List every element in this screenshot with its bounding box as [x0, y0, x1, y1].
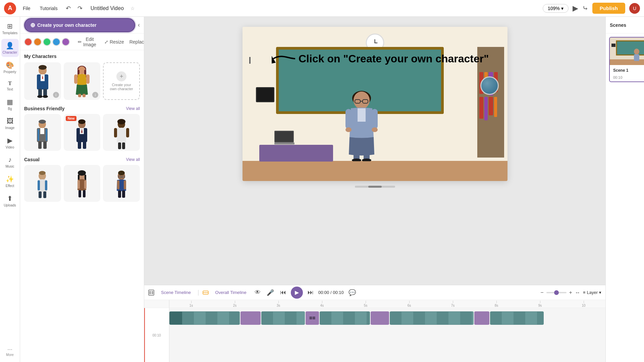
color-dot-purple[interactable]	[62, 38, 70, 46]
nav-file[interactable]: File	[20, 4, 33, 12]
timeline-track-strip[interactable]: ≡≡	[169, 311, 605, 326]
sidebar-item-bg[interactable]: ▦ Bg	[1, 95, 19, 113]
expand-timeline-button[interactable]: ↔	[575, 290, 580, 296]
skip-forward-button[interactable]: ⏭	[306, 288, 315, 297]
zoom-slider-thumb[interactable]	[554, 290, 559, 295]
casual-character-1[interactable]	[24, 165, 61, 202]
svg-point-39	[39, 171, 46, 175]
character-card-male-blue[interactable]: i	[24, 62, 61, 100]
timeline-clip-8[interactable]	[474, 311, 489, 325]
color-dot-red[interactable]	[24, 38, 32, 46]
character-card-female-yellow[interactable]: i	[64, 62, 101, 100]
edit-toolbar: ✏ Edit Image ⤢ Resize Replace ↻ ⊡ 🗑	[20, 34, 144, 50]
casual-char1-svg	[32, 170, 53, 202]
bf-character-3[interactable]	[103, 114, 140, 151]
sidebar-item-character[interactable]: 👤 Character	[1, 39, 19, 57]
text-icon: T	[8, 80, 12, 86]
svg-point-26	[78, 119, 86, 124]
edit-image-button[interactable]: ✏ Edit Image	[75, 35, 99, 49]
mic-button[interactable]: 🎤	[265, 288, 275, 298]
casual-character-3[interactable]	[103, 165, 140, 202]
ruler-label: 5s	[364, 304, 368, 307]
zoom-in-button[interactable]: +	[569, 290, 572, 296]
scene-name: Scene 1	[613, 68, 628, 73]
sidebar-item-video[interactable]: ▶ Video	[1, 134, 19, 152]
sidebar-item-music[interactable]: ♪ Music	[1, 153, 19, 171]
casual-character-2[interactable]	[64, 165, 101, 202]
svg-point-53	[118, 171, 125, 175]
title-favorite-icon[interactable]: ☆	[130, 6, 135, 11]
timeline-toolbar: Scene Timeline | Overall Timeline 👁 🎤 ⏮ …	[144, 285, 605, 300]
play-preview-button[interactable]: ▶	[573, 4, 578, 13]
nav-tutorials[interactable]: Tutorials	[37, 4, 60, 12]
share-button[interactable]: ⤷	[582, 4, 588, 13]
user-avatar[interactable]: U	[629, 3, 640, 14]
scrollbar-thumb[interactable]	[368, 186, 382, 188]
zoom-out-button[interactable]: −	[540, 290, 543, 296]
eye-toggle-button[interactable]: 👁	[253, 288, 262, 297]
ruler-mark-3s: 3s	[257, 301, 300, 307]
timeline-clip-7[interactable]	[390, 311, 474, 325]
overall-timeline-tab[interactable]: Overall Timeline	[212, 288, 250, 297]
subtitle-button[interactable]: 💬	[347, 288, 357, 298]
timeline-clip-9[interactable]	[490, 311, 544, 325]
scene-timeline-tab[interactable]: Scene Timeline	[158, 288, 194, 297]
color-dot-blue[interactable]	[52, 38, 60, 46]
undo-button[interactable]: ↶	[64, 3, 72, 13]
svg-rect-79	[149, 291, 151, 294]
topbar: A File Tutorials ↶ ↷ Untitled Video ☆ 10…	[0, 0, 644, 17]
sidebar-item-image[interactable]: 🖼 Image	[1, 115, 19, 132]
create-own-character-card[interactable]: + Create yourown character	[103, 62, 140, 100]
templates-icon: ⊞	[7, 22, 13, 30]
casual-grid	[24, 165, 140, 202]
timeline-clip-4[interactable]: ≡≡	[306, 311, 319, 325]
color-dot-orange[interactable]	[34, 38, 42, 46]
sidebar-item-label: Music	[5, 165, 14, 168]
sidebar-item-effect[interactable]: ✨ Effect	[1, 172, 19, 190]
teacher-character[interactable]	[341, 87, 382, 163]
business-friendly-section-header: Business Friendly View all	[24, 106, 140, 111]
sidebar-item-property[interactable]: 🎨 Property	[1, 58, 19, 76]
bf-character-2[interactable]: New	[64, 114, 101, 151]
scene-1-thumbnail[interactable]: Scene 1 + 00:10	[609, 37, 644, 82]
svg-rect-21	[38, 141, 42, 149]
svg-rect-14	[86, 74, 90, 84]
ruler-mark-5s: 5s	[344, 301, 387, 307]
resize-button[interactable]: ⤢ Resize	[102, 38, 127, 46]
canvas-horizontal-scrollbar[interactable]	[355, 186, 395, 188]
timeline-clip-1[interactable]	[169, 311, 240, 325]
color-dot-green[interactable]	[43, 38, 51, 46]
app-logo[interactable]: A	[4, 2, 16, 14]
skip-back-button[interactable]: ⏮	[279, 288, 287, 297]
zoom-control[interactable]: 109% ▾	[543, 4, 569, 13]
timeline-clip-3[interactable]	[261, 311, 305, 325]
svg-point-64	[354, 92, 370, 109]
timeline-separator: |	[198, 289, 199, 296]
layer-button[interactable]: ≡ Layer ▾	[583, 290, 601, 295]
timeline-clip-5[interactable]	[320, 311, 370, 325]
bf-char1-svg	[32, 119, 53, 151]
timeline-clip-6[interactable]	[371, 311, 389, 325]
publish-button[interactable]: Publish	[592, 3, 625, 14]
timeline-playhead: 00:10	[144, 308, 169, 362]
casual-view-all-button[interactable]: View all	[126, 157, 140, 162]
play-button[interactable]: ▶	[291, 287, 303, 299]
sidebar-item-text[interactable]: T Text	[1, 78, 19, 94]
timeline-clip-2[interactable]	[240, 311, 261, 325]
timeline-tracks: 00:10 ≡≡	[144, 308, 605, 362]
sidebar-item-uploads[interactable]: ⬆ Uploads	[1, 192, 19, 210]
sidebar-item-templates[interactable]: ⊞ Templates	[1, 19, 19, 38]
zoom-slider[interactable]	[546, 292, 567, 293]
panel-collapse-button[interactable]: ‹	[138, 21, 140, 28]
timeline-cursor[interactable]	[144, 308, 145, 362]
business-view-all-button[interactable]: View all	[126, 106, 140, 111]
create-character-button[interactable]: ⊕ Create your own character	[24, 18, 135, 32]
redo-button[interactable]: ↷	[76, 3, 84, 13]
sidebar-item-label: Bg	[8, 107, 12, 111]
bf-character-1[interactable]	[24, 114, 61, 151]
business-friendly-grid: New	[24, 114, 140, 151]
ruler-tick	[496, 301, 497, 303]
svg-rect-51	[83, 190, 86, 197]
svg-rect-34	[114, 128, 117, 137]
scene-preview-svg	[610, 38, 644, 65]
